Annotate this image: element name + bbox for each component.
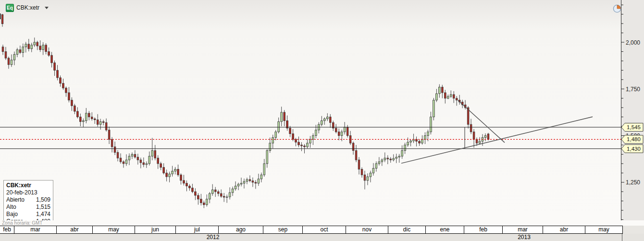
month-cell: dic [388,226,426,233]
month-cell: mar [14,226,57,233]
month-cell: feb [464,226,503,233]
quote-date: 20-feb-2013 [6,189,50,196]
price-chart[interactable]: 2,0001,7501,5001,2501,5451,4801,430 [0,0,644,220]
equity-badge-icon: Eq [6,4,14,12]
month-cell: abr [543,226,585,233]
month-cell: jul [176,226,219,233]
instrument-symbol: CBK:xetr [16,4,39,11]
month-cell: feb [0,226,14,233]
month-cell: jun [135,226,176,233]
month-cell: abr [57,226,93,233]
month-cell: oct [303,226,346,233]
month-cell: sep [263,226,303,233]
svg-text:2,000: 2,000 [626,39,640,46]
month-cell: nov [346,226,388,233]
price-tags[interactable]: 1,5451,4801,430 [621,123,643,153]
month-cell: mar [503,226,543,233]
quote-low-row: Bajo1,474 [6,211,50,218]
month-cell: may [585,226,622,233]
month-cell: ago [219,226,263,233]
month-cell: may [93,226,135,233]
clipped-candle-left-edge [0,13,1,19]
time-axis-months: febmarabrmayjunjulagosepoctnovdicenefebm… [0,226,623,234]
svg-text:1,480: 1,480 [627,136,641,142]
quote-symbol: CBK:xetr [6,182,50,189]
quote-high-row: Alto1,515 [6,204,50,211]
year-label: 2013 [426,234,622,241]
svg-text:1,250: 1,250 [626,179,640,186]
pie-clock-icon [613,4,621,13]
svg-text:1,545: 1,545 [627,124,641,130]
trading-chart-window: 2,0001,7501,5001,2501,5451,4801,430 Eq C… [0,0,644,241]
month-cell: ene [426,226,464,233]
time-axis-years: 20122013 [0,234,644,241]
chevron-down-icon [45,7,49,9]
instrument-selector[interactable]: Eq CBK:xetr [6,3,49,12]
timezone-label: Zona horaria: GMT [0,220,644,226]
svg-text:1,430: 1,430 [627,146,641,152]
svg-text:1,750: 1,750 [626,86,640,93]
quote-open-row: Abierto1,509 [6,196,50,204]
year-label: 2012 [0,234,426,241]
